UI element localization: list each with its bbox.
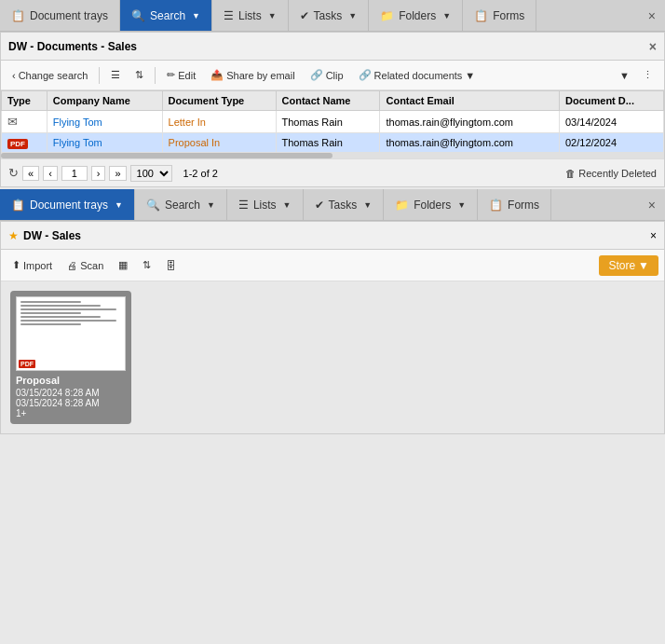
related-docs-button[interactable]: 🔗 Related documents ▼ xyxy=(353,67,482,83)
panel2-close-button[interactable]: × xyxy=(650,229,657,242)
nav2-lists-label: Lists xyxy=(253,199,277,212)
table-row[interactable]: ✉Flying TomLetter InThomas Rainthomas.ra… xyxy=(2,111,664,133)
related-docs-icon: 🔗 xyxy=(359,69,372,81)
nav-search[interactable]: 🔍 Search ▼ xyxy=(120,0,212,31)
nav-search-label: Search xyxy=(150,9,185,22)
company-link[interactable]: Flying Tom xyxy=(53,137,102,148)
sales-panel: ★ DW - Sales × ⬆ Import 🖨 Scan ▦ ⇅ 🗄 Sto… xyxy=(0,221,665,434)
edit-button[interactable]: ✏ Edit xyxy=(161,67,201,83)
thumb-line-5 xyxy=(20,316,101,318)
change-search-button[interactable]: ‹ Change search xyxy=(7,68,93,83)
nav2-document-trays-label: Document trays xyxy=(30,199,108,212)
table-row[interactable]: PDFFlying TomProposal InThomas Rainthoma… xyxy=(2,133,664,153)
nav-lists-label: Lists xyxy=(238,9,262,22)
nav-forms[interactable]: 📋 Forms xyxy=(463,0,536,31)
nav2-folders-label: Folders xyxy=(414,199,451,212)
nav-folders[interactable]: 📁 Folders ▼ xyxy=(369,0,463,31)
import-button[interactable]: ⬆ Import xyxy=(7,257,58,273)
nav2-document-trays[interactable]: 📋 Document trays ▼ xyxy=(0,189,135,220)
thumb-line-1 xyxy=(20,301,81,303)
nav2-forms[interactable]: 📋 Forms xyxy=(478,189,551,220)
col-company[interactable]: Company Name xyxy=(47,91,162,111)
clip-button[interactable]: 🔗 Clip xyxy=(305,67,349,83)
nav-tasks-label: Tasks xyxy=(314,9,343,22)
sort2-button[interactable]: ⇅ xyxy=(137,257,156,273)
panel1-title: DW - Documents - Sales xyxy=(8,40,649,53)
page-info-label: 1-2 of 2 xyxy=(183,168,218,179)
panel1-close-button[interactable]: × xyxy=(649,39,657,54)
nav-lists[interactable]: ☰ Lists ▼ xyxy=(212,0,289,31)
sort-button[interactable]: ⇅ xyxy=(129,67,149,83)
refresh-button[interactable]: ↻ xyxy=(8,166,19,180)
horizontal-scrollbar[interactable] xyxy=(1,153,664,158)
columns-button[interactable]: ▦ xyxy=(113,257,133,273)
second-navigation: 📋 Document trays ▼ 🔍 Search ▼ ☰ Lists ▼ … xyxy=(0,189,665,221)
import-label: Import xyxy=(23,260,52,271)
panel2-title: DW - Sales xyxy=(23,229,650,242)
edit-icon: ✏ xyxy=(167,69,175,81)
page-number-input[interactable]: 1 xyxy=(61,166,88,181)
second-nav-close[interactable]: × xyxy=(639,189,665,220)
cell-company[interactable]: Flying Tom xyxy=(47,133,162,153)
prev-page-button[interactable]: ‹ xyxy=(43,166,58,181)
col-contact[interactable]: Contact Name xyxy=(276,91,380,111)
next-page-button[interactable]: › xyxy=(91,166,106,181)
tasks-nav-icon: ✔ xyxy=(300,9,309,22)
pdf-badge: PDF xyxy=(19,360,35,368)
change-search-label: Change search xyxy=(19,70,88,81)
cell-contact-email: thomas.rain@flyingtom.com xyxy=(380,133,560,153)
company-link[interactable]: Flying Tom xyxy=(53,116,102,128)
nav-document-trays[interactable]: 📋 Document trays xyxy=(0,0,120,31)
nav2-search[interactable]: 🔍 Search ▼ xyxy=(135,189,227,220)
nav2-lists-icon: ☰ xyxy=(238,199,249,212)
nav2-search-label: Search xyxy=(165,199,200,212)
last-page-button[interactable]: » xyxy=(109,166,126,181)
trash-icon: 🗑 xyxy=(565,168,576,179)
list-view-icon: ☰ xyxy=(111,69,120,81)
recently-deleted-button[interactable]: 🗑 Recently Deleted xyxy=(565,168,657,179)
first-page-button[interactable]: « xyxy=(22,166,39,181)
document-card-info: Proposal 03/15/2024 8:28 AM 03/15/2024 8… xyxy=(10,371,131,424)
change-search-icon: ‹ xyxy=(12,70,16,81)
nav2-lists[interactable]: ☰ Lists ▼ xyxy=(227,189,304,220)
thumb-line-6 xyxy=(20,320,116,322)
database-button[interactable]: 🗄 xyxy=(160,258,182,273)
scrollbar-thumb[interactable] xyxy=(1,153,332,158)
nav2-search-icon: 🔍 xyxy=(146,199,160,212)
col-doctype[interactable]: Document Type xyxy=(162,91,276,111)
folders-nav-icon: 📁 xyxy=(380,9,394,22)
thumb-line-7 xyxy=(20,323,81,325)
lists-nav-arrow: ▼ xyxy=(268,11,277,21)
document-card[interactable]: PDF Proposal 03/15/2024 8:28 AM 03/15/20… xyxy=(10,291,131,424)
cell-type: ✉ xyxy=(2,111,48,133)
clip-label: Clip xyxy=(326,70,344,81)
list-view-button[interactable]: ☰ xyxy=(105,67,126,83)
star-icon: ★ xyxy=(8,229,19,242)
search-nav-arrow: ▼ xyxy=(192,11,200,21)
cell-company[interactable]: Flying Tom xyxy=(47,111,162,133)
database-icon: 🗄 xyxy=(166,260,176,271)
expand-button[interactable]: ▼ xyxy=(614,67,635,83)
nav2-tasks-icon: ✔ xyxy=(315,199,324,212)
sort-icon: ⇅ xyxy=(135,69,143,81)
thumb-line-4 xyxy=(20,312,81,314)
col-date[interactable]: Document D... xyxy=(560,91,664,111)
scan-button[interactable]: 🖨 Scan xyxy=(61,258,109,273)
nav2-folders[interactable]: 📁 Folders ▼ xyxy=(384,189,478,220)
page-size-select[interactable]: 100 50 25 xyxy=(130,165,172,182)
pdf-type-icon: PDF xyxy=(7,139,28,149)
cell-contact-name: Thomas Rain xyxy=(276,111,380,133)
more-options-button[interactable]: ⋮ xyxy=(637,67,658,83)
folders-nav-arrow: ▼ xyxy=(442,11,451,21)
lists-nav-icon: ☰ xyxy=(224,9,234,22)
col-email[interactable]: Contact Email xyxy=(380,91,560,111)
store-arrow-icon: ▼ xyxy=(638,259,649,272)
nav2-lists-arrow: ▼ xyxy=(283,200,292,210)
sort2-icon: ⇅ xyxy=(142,259,151,271)
nav2-tasks[interactable]: ✔ Tasks ▼ xyxy=(304,189,385,220)
col-type[interactable]: Type xyxy=(2,91,48,111)
store-button[interactable]: Store ▼ xyxy=(599,255,658,276)
nav-tasks[interactable]: ✔ Tasks ▼ xyxy=(289,0,370,31)
top-nav-close[interactable]: × xyxy=(639,0,665,31)
share-email-button[interactable]: 📤 Share by email xyxy=(205,67,300,83)
